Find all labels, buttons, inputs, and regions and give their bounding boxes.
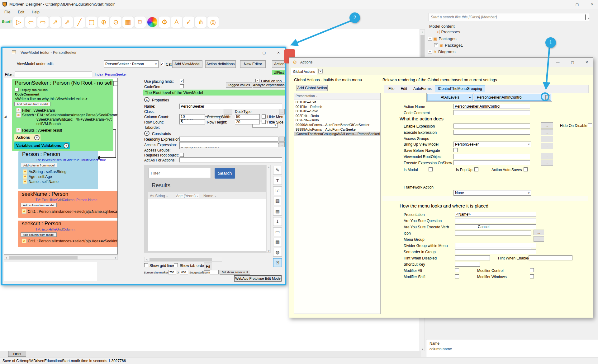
global-action-row[interactable]: 001File---Save [294, 109, 380, 114]
add-column-button[interactable]: Add column from model [21, 232, 57, 237]
class-ellipsis-button[interactable]: ... [224, 109, 232, 114]
constraints-expander-icon[interactable]: ∨ [144, 131, 150, 136]
rootobject-ellipsis-button[interactable]: ... [541, 153, 553, 159]
access-ellipsis-button[interactable]: ... [279, 142, 285, 147]
display-sub-column-checkbox[interactable] [15, 88, 19, 91]
seekcrit-box[interactable]: seekcrit : Person TV: Eco.HiliteGridColu… [18, 221, 118, 247]
shortcut-key-field[interactable] [455, 262, 480, 267]
rendered-menu-file[interactable]: File [385, 85, 397, 92]
analyze-expressions-button[interactable]: Analyze expressions [253, 82, 285, 88]
spiral-icon[interactable]: ◎ [207, 16, 219, 28]
back-arrow-icon[interactable]: ⇦ [25, 16, 36, 28]
row-height-field[interactable]: 20 [235, 119, 260, 124]
name-field[interactable]: PersonSeeker [179, 104, 282, 109]
run-icon[interactable]: ▷ [13, 16, 24, 28]
icon-field[interactable] [455, 231, 531, 236]
menu-file[interactable]: File [1, 9, 14, 16]
global-action-row[interactable]: 99999AutoForms---AutoFormCarSeeker [294, 127, 380, 132]
groups-ellipsis-button[interactable]: ... [541, 136, 553, 142]
variables-expander[interactable]: Variables and Validations∨ [14, 142, 70, 149]
doc-tab[interactable]: DOC [8, 351, 26, 357]
scroll-up-icon[interactable]: ∧ [420, 30, 425, 35]
save-before-navigate-checkbox[interactable] [453, 148, 458, 152]
presentation-field[interactable]: <Name> [455, 212, 536, 217]
validate-check-icon[interactable]: ✓ [183, 16, 194, 28]
global-action-row[interactable]: 001File---Exit [294, 100, 380, 105]
vm-titlebar[interactable]: ViewModel Editor - PersonSeeker — ▢ ✕ [2, 48, 285, 57]
column-width-field[interactable]: 50 [235, 114, 260, 119]
zoom-out-icon[interactable]: ⊖ [110, 16, 121, 28]
run-form-icon[interactable]: ⧉ [135, 16, 146, 28]
vm-filter-input[interactable] [15, 72, 92, 77]
funnel-icon[interactable]: ▼ [197, 195, 199, 198]
hide-side-checkbox[interactable] [262, 120, 266, 124]
generalization-arrow-icon[interactable]: ⇗ [62, 16, 73, 28]
maximize-icon[interactable]: ▢ [572, 0, 582, 8]
scroll-left-icon[interactable]: < [145, 257, 149, 262]
sidebar-item-diagrams[interactable]: − ⋔ Diagrams [426, 49, 598, 55]
execute-expression-field[interactable] [453, 130, 530, 135]
global-action-row[interactable]: 99999AutoForms---AutoFormBrandOfCarSeeke… [294, 123, 380, 127]
vm-column-asstring[interactable]: AAsString : self.asString [23, 169, 66, 174]
vm-column-results[interactable]: ↗Results : vSeekerResult [16, 128, 62, 133]
grid-column-asstring[interactable]: As String▼ [150, 194, 168, 198]
blue-person-box[interactable]: Person : Person TV: IsSeekerResultGrid: … [18, 151, 98, 189]
modifier-windows-checkbox[interactable] [530, 274, 534, 278]
action-definitions-button[interactable]: Action definitions [205, 60, 236, 68]
submenu-item-atalllevels[interactable]: AtAllLevels ▸ [427, 94, 473, 101]
codecomment-placeholder[interactable]: <Write a line on why this ViewModel exis… [15, 97, 88, 101]
screen-tool-icon[interactable]: ⊡ [273, 258, 282, 267]
screen-height-field[interactable]: 600 [180, 270, 188, 274]
chevron-down-icon[interactable]: ∨ [34, 135, 40, 140]
maximize-icon[interactable]: ▢ [259, 49, 269, 57]
are-you-sure-question-field[interactable] [455, 218, 536, 223]
settings-gears-icon[interactable]: ⚙ [159, 16, 170, 28]
vm-column-crit1[interactable]: ACrit1 : Person.allinstances->select(a|a… [22, 209, 118, 214]
rendered-menu-autoforms[interactable]: AutoForms [410, 85, 435, 92]
form-tool-icon[interactable]: ▤ [273, 207, 282, 216]
list-column-header[interactable]: Presentation▼ [294, 93, 380, 100]
global-action-row[interactable]: 002Edit---Undo [294, 118, 380, 123]
scroll-down-icon[interactable]: ∨ [420, 346, 425, 351]
table-tool-icon[interactable]: ▩ [273, 238, 282, 246]
forward-arrow-icon[interactable]: ⇨ [37, 16, 49, 28]
funnel-icon[interactable]: ▼ [166, 195, 168, 198]
vm-column-filter[interactable]: AFilter : vSeekParam [16, 108, 55, 113]
ducktype-ellipsis-button[interactable]: ... [279, 109, 285, 114]
divider-group-field[interactable] [455, 243, 536, 248]
onshow-ellipsis-button[interactable]: ... [541, 160, 553, 166]
execute-ellipsis-button[interactable]: ... [541, 129, 553, 135]
preview-vertical-scrollbar[interactable]: ∧ ∨ [266, 165, 271, 253]
checkbox-tool-icon[interactable]: ☑ [273, 186, 282, 195]
hide-menu-checkbox[interactable] [262, 114, 266, 119]
sidebar-item-packages[interactable]: − ▣ Packages [426, 35, 598, 42]
modifier-control-checkbox[interactable] [530, 268, 534, 272]
column-count-field[interactable]: 10 [179, 114, 205, 119]
preview-grid-body[interactable] [148, 199, 266, 251]
scroll-thumb[interactable] [150, 258, 212, 261]
use-placing-hints-checkbox[interactable] [180, 79, 184, 83]
grid-column-age[interactable]: Age (Years)▼ [176, 194, 199, 198]
code-comment-field[interactable] [453, 110, 530, 115]
start-button[interactable]: Start! [2, 20, 12, 24]
bring-up-ellipsis-button[interactable]: ... [541, 143, 553, 149]
scroll-right-icon[interactable]: > [113, 255, 118, 260]
rendered-menu-edit[interactable]: Edit [397, 85, 410, 92]
minimize-icon[interactable]: — [553, 58, 562, 66]
menu-edit[interactable]: Edit [14, 9, 28, 16]
global-action-row[interactable]: IControlTheMenuGrouping/AtAllLevels---Pe… [294, 132, 380, 136]
minimize-icon[interactable]: — [245, 49, 254, 57]
viewmodel-rootobject-field[interactable] [453, 154, 530, 159]
icon-ellipsis-button[interactable]: ... [534, 230, 544, 235]
text-tool-icon[interactable]: T [273, 176, 282, 185]
sidebar-item-processes[interactable]: » Processes [426, 29, 598, 35]
add-column-button[interactable]: Add column from model [21, 163, 57, 167]
fit-button[interactable]: Fit [204, 263, 212, 271]
show-tab-order-checkbox[interactable] [174, 263, 178, 267]
scroll-thumb[interactable] [420, 35, 425, 57]
collapse-icon[interactable]: − [428, 50, 432, 54]
row-count-field[interactable]: 5 [179, 119, 205, 124]
is-popup-checkbox[interactable] [474, 167, 478, 171]
seekname-box[interactable]: seekName : Person TV: Eco.HiliteGridColu… [18, 191, 118, 218]
close-icon[interactable]: ✕ [587, 0, 597, 8]
